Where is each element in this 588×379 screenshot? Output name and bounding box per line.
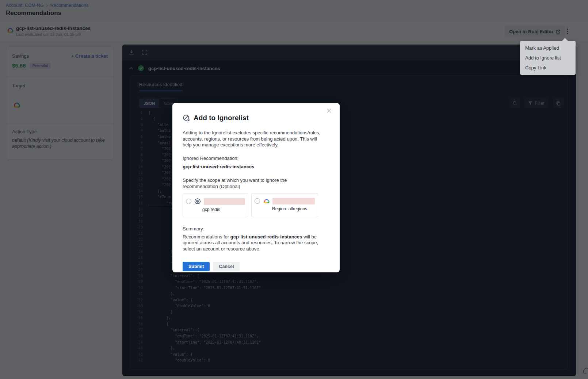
scope-options: gcp.redis Region: allregions <box>183 193 321 217</box>
scope-option-rule-label: gcp.redis <box>202 207 245 212</box>
modal-title: Add to Ignorelist <box>194 114 249 122</box>
menu-item-copy-link[interactable]: Copy Link <box>520 63 576 73</box>
screen: Account: CCM-NG>Recommendations Recommen… <box>0 0 588 379</box>
modal-description: Adding to the Ignorelist excludes specif… <box>183 130 321 148</box>
ignored-recommendation-label: Ignored Recommendation: <box>183 156 321 161</box>
summary-label: Summary: <box>183 226 321 231</box>
scope-label: Specify the scope at which you want to i… <box>183 177 321 190</box>
menu-item-add-to-ignore-list[interactable]: Add to Ignore list <box>520 53 576 63</box>
menu-item-mark-as-applied[interactable]: Mark as Applied <box>520 43 576 53</box>
scope-option-rule[interactable]: gcp.redis <box>183 193 248 217</box>
radio-rule-scope[interactable] <box>186 199 191 204</box>
redacted-rule-name <box>204 198 245 205</box>
options-menu: Mark as Applied Add to Ignore list Copy … <box>520 41 576 75</box>
radio-region-scope[interactable] <box>255 198 260 204</box>
scope-option-region[interactable]: Region: allregions <box>251 193 318 217</box>
close-icon[interactable] <box>325 107 333 115</box>
ignore-icon <box>183 114 190 122</box>
add-to-ignorelist-modal: Add to Ignorelist Adding to the Ignoreli… <box>172 103 340 272</box>
summary-text: Recommendations for gcp-list-unused-redi… <box>183 234 321 252</box>
summary-rule-name: gcp-list-unused-redis-instances <box>230 234 302 240</box>
governance-rule-icon <box>194 198 201 205</box>
ignored-recommendation-value: gcp-list-unused-redis-instances <box>183 164 321 169</box>
scope-option-region-label: Region: allregions <box>272 206 315 211</box>
gcp-logo-icon <box>263 198 270 204</box>
redacted-account-name <box>272 198 315 204</box>
cancel-button[interactable]: Cancel <box>213 262 240 271</box>
submit-button[interactable]: Submit <box>183 262 210 271</box>
